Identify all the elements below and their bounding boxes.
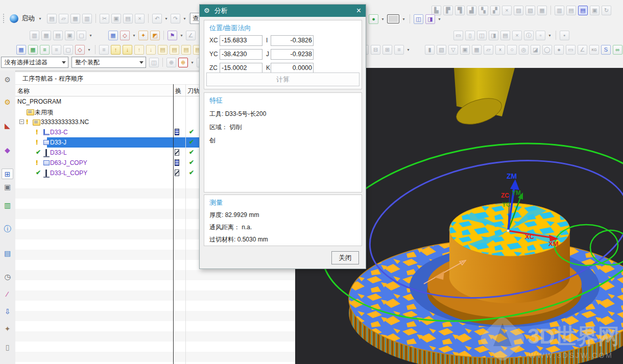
s-tool-icon[interactable]: S bbox=[601, 45, 611, 55]
paste-icon[interactable]: ▤ bbox=[123, 14, 133, 23]
link-tool-icon[interactable]: ∞ bbox=[613, 45, 622, 55]
dialog-titlebar[interactable]: ⚙分析 × bbox=[200, 5, 366, 17]
print-icon[interactable]: ▥ bbox=[82, 14, 92, 23]
color-swatch-icon[interactable] bbox=[387, 14, 399, 23]
tree-item-label[interactable]: D33-C bbox=[50, 129, 68, 136]
marker-flag-icon[interactable]: ⚑ bbox=[167, 31, 177, 40]
cut-icon[interactable]: ✂ bbox=[100, 14, 109, 23]
machining-wizards-icon[interactable]: ⚙ bbox=[2, 97, 13, 108]
simulate-toolpath-icon[interactable]: ▦ bbox=[537, 6, 547, 15]
dropdown-arrow-icon[interactable]: ▾ bbox=[132, 33, 136, 38]
dropdown-arrow-icon[interactable]: ▾ bbox=[401, 17, 406, 21]
view-table-icon[interactable]: ▦ bbox=[108, 31, 118, 40]
coord-input[interactable]: -38.4230 bbox=[220, 49, 262, 60]
obj-info-icon[interactable]: ⓘ bbox=[524, 31, 534, 40]
angle-measure-icon[interactable]: ∠ bbox=[578, 45, 587, 55]
tree-expander-icon[interactable]: − bbox=[19, 119, 24, 124]
selection-tool-icon[interactable]: ⇩ bbox=[2, 306, 13, 317]
process-clipboard-icon[interactable]: ▣ bbox=[2, 182, 13, 192]
cut-toolpath-icon[interactable]: ▟ bbox=[467, 6, 476, 15]
build-tool-icon[interactable]: ✦ bbox=[2, 324, 13, 334]
post-process-icon[interactable]: ▥ bbox=[555, 6, 564, 15]
asm-open-icon[interactable]: ▦ bbox=[41, 31, 51, 40]
obj-move-icon[interactable]: ▭ bbox=[453, 31, 463, 40]
tree-item-label[interactable]: D63-J_COPY bbox=[50, 159, 87, 166]
library-books-icon[interactable]: ▥ bbox=[2, 200, 13, 211]
solid-boss-icon[interactable]: ● bbox=[554, 45, 564, 55]
delete-icon[interactable]: × bbox=[135, 14, 145, 23]
shop-doc-icon[interactable]: ▤ bbox=[566, 6, 576, 15]
dot-green-icon[interactable]: ● bbox=[369, 14, 378, 24]
asm-load-icon[interactable]: ▥ bbox=[30, 31, 39, 40]
palette-icon[interactable]: ◩ bbox=[150, 31, 160, 40]
dropdown-arrow-icon[interactable]: ▾ bbox=[164, 16, 169, 21]
solid-grid-icon[interactable]: ▦ bbox=[472, 45, 482, 55]
move-down-icon[interactable]: ↓ bbox=[123, 45, 132, 55]
copy-layer-a-icon[interactable]: ↑ bbox=[134, 45, 144, 55]
report-tool-icon[interactable]: ▣ bbox=[590, 6, 600, 15]
layer-box-icon[interactable]: ▢ bbox=[63, 45, 73, 55]
layer-set-b-icon[interactable]: ▤ bbox=[170, 45, 179, 55]
obj-copy-icon[interactable]: ▯ bbox=[465, 31, 475, 40]
new-file-icon[interactable]: ▤ bbox=[47, 14, 57, 23]
close-button[interactable]: 关闭 bbox=[331, 251, 359, 264]
obj-mirror-icon[interactable]: ◫ bbox=[477, 31, 487, 40]
assembly-ghost-icon[interactable]: ◫ bbox=[149, 58, 159, 67]
dropdown-arrow-icon[interactable]: ▾ bbox=[182, 16, 187, 21]
edit-toolpath-icon[interactable]: ▜ bbox=[455, 6, 465, 15]
solid-sheet-icon[interactable]: ▭ bbox=[566, 45, 576, 55]
asm-options-icon[interactable]: ▢ bbox=[77, 31, 86, 40]
sync-tool-icon[interactable]: ↻ bbox=[602, 6, 611, 15]
dropdown-arrow-icon[interactable]: ▾ bbox=[406, 47, 411, 52]
nav-sequence-icon[interactable]: ≡ bbox=[394, 45, 404, 55]
vector-input[interactable]: 0.0000 bbox=[271, 63, 314, 74]
transform-toolpath-icon[interactable]: ▨ bbox=[514, 6, 523, 15]
move-hand-icon[interactable]: ✦ bbox=[138, 31, 148, 40]
layer-fade-icon[interactable]: ≡ bbox=[52, 45, 61, 55]
combo-caret-icon[interactable] bbox=[139, 61, 143, 64]
verify-toolpath-icon[interactable]: ▧ bbox=[525, 6, 535, 15]
tree-item-label[interactable]: D33-J bbox=[50, 139, 66, 146]
vector-input[interactable]: -0.3826 bbox=[271, 35, 314, 46]
operation-navigator-icon[interactable]: ⊞ bbox=[2, 168, 13, 179]
solid-cube-icon[interactable]: ▧ bbox=[437, 45, 446, 55]
dependencies-icon[interactable]: ◣ bbox=[2, 120, 13, 131]
redo-icon[interactable]: ↷ bbox=[171, 14, 180, 23]
vector-input[interactable]: -0.9238 bbox=[271, 49, 314, 60]
open-file-icon[interactable]: ▱ bbox=[59, 14, 68, 23]
tree-item-label[interactable]: D33-L_COPY bbox=[50, 169, 87, 177]
layer-set-a-icon[interactable]: ▤ bbox=[158, 45, 167, 55]
layer-visible-icon[interactable]: ▦ bbox=[28, 45, 38, 55]
edit-section-icon[interactable]: ◨ bbox=[425, 14, 435, 24]
obj-array-icon[interactable]: ◨ bbox=[489, 31, 498, 40]
move-up-icon[interactable]: ↑ bbox=[111, 45, 121, 55]
tree-item-label[interactable]: 33333333333.NC bbox=[41, 118, 89, 126]
close-icon[interactable]: × bbox=[356, 5, 361, 17]
paste-toolpath-icon[interactable]: ▞ bbox=[490, 6, 500, 15]
toolbar-drag-handle[interactable] bbox=[3, 14, 6, 23]
obj-misc-icon[interactable]: ▪ bbox=[560, 31, 569, 40]
undo-icon[interactable]: ↶ bbox=[152, 14, 162, 23]
flat-lines-icon[interactable]: ≡ bbox=[99, 45, 109, 55]
roles-gear-icon[interactable]: ⚙ bbox=[2, 75, 13, 85]
list-output-active-icon[interactable]: ▤ bbox=[578, 6, 588, 15]
nav-constraint-icon[interactable]: ⊟ bbox=[371, 45, 380, 55]
node-groups-icon[interactable]: ◆ bbox=[2, 145, 13, 156]
dropdown-arrow-icon[interactable]: ▾ bbox=[190, 60, 195, 65]
copy-layer-b-icon[interactable]: ↓ bbox=[146, 45, 156, 55]
asm-close-icon[interactable]: ▣ bbox=[65, 31, 75, 40]
delete-toolpath-icon[interactable]: × bbox=[502, 6, 512, 15]
obj-paste-icon[interactable]: ▤ bbox=[500, 31, 510, 40]
solid-sphere-icon[interactable]: ◎ bbox=[519, 45, 529, 55]
column-toolpath[interactable]: 刀轨 bbox=[187, 87, 200, 95]
wireframe-red-icon[interactable]: ◇ bbox=[120, 31, 130, 40]
column-toolchange[interactable]: 换 bbox=[175, 87, 181, 95]
parallel-generate-icon[interactable]: ▛ bbox=[443, 6, 453, 15]
layer-cabinet-icon[interactable]: ▦ bbox=[16, 45, 26, 55]
obj-tag-icon[interactable]: ▫ bbox=[536, 31, 545, 40]
dropdown-arrow-icon[interactable]: ▾ bbox=[179, 33, 184, 38]
assembly-scope-combo[interactable]: 整个装配 bbox=[71, 57, 146, 68]
snap-back-icon[interactable]: ⊕ bbox=[166, 58, 176, 67]
dropdown-arrow-icon[interactable]: ▾ bbox=[87, 47, 91, 52]
column-name[interactable]: 名称 bbox=[17, 87, 30, 95]
